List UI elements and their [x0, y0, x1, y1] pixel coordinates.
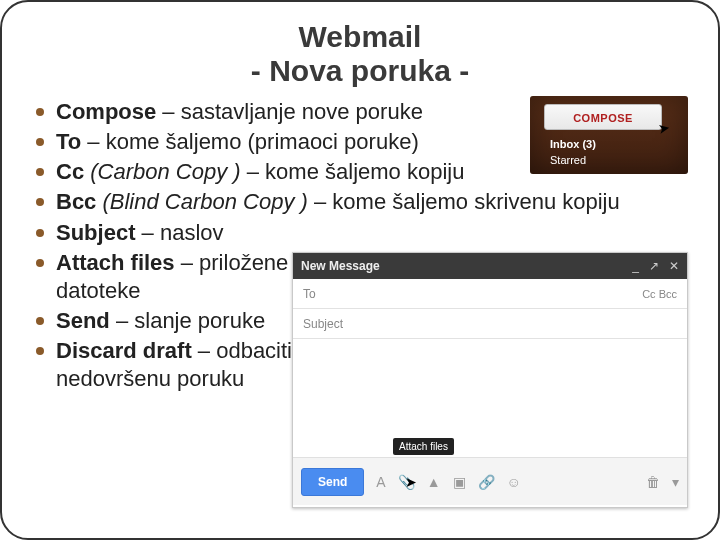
subject-row[interactable]: Subject — [293, 309, 687, 339]
bullet-term: Attach files — [56, 250, 175, 275]
bullet-item: Attach files – priložene datoteke — [34, 249, 294, 305]
slide: Webmail - Nova poruka - Compose – sastav… — [0, 0, 720, 540]
cc-bcc-link[interactable]: Cc Bcc — [642, 288, 677, 300]
compose-button[interactable]: COMPOSE — [544, 104, 662, 130]
bullet-item: Send – slanje poruke — [34, 307, 294, 335]
starred-label[interactable]: Starred — [550, 154, 586, 166]
inset-message-window: New Message _ ↗ ✕ To Cc Bcc Subject Atta… — [292, 252, 688, 508]
inbox-label[interactable]: Inbox (3) — [550, 138, 596, 150]
window-controls: _ ↗ ✕ — [632, 253, 679, 279]
more-icon[interactable]: ▾ — [672, 474, 679, 490]
cursor-icon: ➤ — [657, 119, 672, 137]
inset-compose-panel: COMPOSE ➤ Inbox (3) Starred — [530, 96, 688, 174]
bullet-term: Compose — [56, 99, 156, 124]
bullet-rest: – sastavljanje nove poruke — [156, 99, 423, 124]
title-line-2: - Nova poruka - — [30, 54, 690, 88]
font-icon[interactable]: A — [376, 474, 385, 490]
link-icon[interactable]: 🔗 — [478, 474, 495, 490]
slide-title: Webmail - Nova poruka - — [30, 20, 690, 88]
cursor-icon: ➤ — [405, 474, 417, 490]
bullet-term: Discard draft — [56, 338, 192, 363]
close-icon[interactable]: ✕ — [669, 253, 679, 279]
bullet-term: Bcc — [56, 189, 96, 214]
bullet-term: To — [56, 129, 81, 154]
bullet-term: Cc — [56, 159, 84, 184]
title-line-1: Webmail — [30, 20, 690, 54]
subject-label: Subject — [303, 317, 343, 331]
bullet-rest: – kome šaljemo (primaoci poruke) — [81, 129, 418, 154]
bullet-italic: (Blind Carbon Copy ) — [96, 189, 308, 214]
emoji-icon[interactable]: ☺ — [507, 474, 521, 490]
bullet-rest: – naslov — [135, 220, 223, 245]
bullet-rest: – kome šaljemo kopiju — [241, 159, 465, 184]
bullet-item: Discard draft – odbaciti nedovršenu poru… — [34, 337, 294, 393]
message-header: New Message _ ↗ ✕ — [293, 253, 687, 279]
photo-icon[interactable]: ▣ — [453, 474, 466, 490]
trash-icon[interactable]: 🗑 — [646, 474, 660, 490]
bullet-term: Send — [56, 308, 110, 333]
bullet-item: Subject – naslov — [34, 219, 690, 247]
to-row[interactable]: To Cc Bcc — [293, 279, 687, 309]
bullet-term: Subject — [56, 220, 135, 245]
popout-icon[interactable]: ↗ — [649, 253, 659, 279]
bullet-rest: – slanje poruke — [110, 308, 265, 333]
bullet-item: Bcc (Blind Carbon Copy ) – kome šaljemo … — [34, 188, 690, 216]
message-toolbar: Attach files Send A 📎 ➤ ▲ ▣ 🔗 ☺ 🗑 ▾ — [293, 457, 687, 505]
bullet-rest: – kome šaljemo skrivenu kopiju — [308, 189, 620, 214]
message-body[interactable] — [293, 339, 687, 457]
drive-icon[interactable]: ▲ — [427, 474, 441, 490]
message-title: New Message — [301, 253, 380, 279]
minimize-icon[interactable]: _ — [632, 253, 639, 279]
attach-tooltip: Attach files — [393, 438, 454, 455]
send-button[interactable]: Send — [301, 468, 364, 496]
to-label: To — [303, 287, 316, 301]
bullet-italic: (Carbon Copy ) — [84, 159, 241, 184]
